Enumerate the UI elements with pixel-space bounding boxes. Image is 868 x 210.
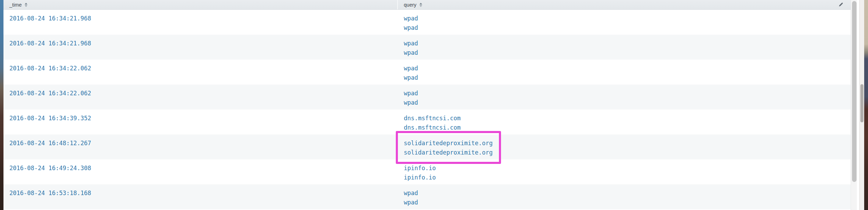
query-value[interactable]: dns.msftncsi.com xyxy=(404,123,851,132)
query-value[interactable]: solidaritedeproximite.org xyxy=(404,148,851,157)
table-row: 2016-08-24 16:34:22.062 wpad wpad xyxy=(3,60,851,85)
table-row-highlighted: 2016-08-24 16:48:12.267 solidaritedeprox… xyxy=(3,134,851,159)
results-table: _time query 2016-08-24 16:34:21.968 wpad… xyxy=(3,0,851,210)
time-value[interactable]: 2016-08-24 16:48:12.267 xyxy=(9,140,91,147)
query-value[interactable]: wpad xyxy=(404,73,851,82)
time-value[interactable]: 2016-08-24 16:34:39.352 xyxy=(9,115,91,122)
column-header-query-label: query xyxy=(404,2,416,8)
table-row: 2016-08-24 16:34:21.968 wpad wpad xyxy=(3,10,851,35)
query-value[interactable]: wpad xyxy=(404,198,851,207)
query-value[interactable]: wpad xyxy=(404,39,851,48)
sort-arrows-icon xyxy=(419,3,422,7)
table-row: 2016-08-24 16:34:22.062 wpad wpad xyxy=(3,85,851,110)
table-row: 2016-08-24 16:34:21.968 wpad wpad xyxy=(3,35,851,60)
table-scrollbar-thumb[interactable] xyxy=(852,1,857,182)
query-value[interactable]: wpad xyxy=(404,23,851,33)
query-value[interactable]: solidaritedeproximite.org xyxy=(404,139,851,148)
query-value[interactable]: ipinfo.io xyxy=(404,173,851,182)
column-header-query[interactable]: query xyxy=(398,0,851,9)
query-value[interactable]: wpad xyxy=(404,14,851,23)
time-value[interactable]: 2016-08-24 16:34:21.968 xyxy=(9,40,91,47)
query-value[interactable]: wpad xyxy=(404,189,851,198)
time-value[interactable]: 2016-08-24 16:49:24.308 xyxy=(9,165,91,172)
query-value[interactable]: ipinfo.io xyxy=(404,164,851,173)
query-value[interactable]: wpad xyxy=(404,64,851,73)
table-row: 2016-08-24 16:53:18.168 wpad wpad xyxy=(3,184,851,209)
time-value[interactable]: 2016-08-24 16:53:18.168 xyxy=(9,190,91,196)
desktop-wallpaper-right xyxy=(864,0,868,210)
query-value[interactable]: wpad xyxy=(404,48,851,58)
time-value[interactable]: 2016-08-24 16:34:22.062 xyxy=(9,65,91,72)
query-value[interactable]: wpad xyxy=(404,89,851,98)
desktop-wallpaper-left xyxy=(0,0,3,210)
window-scrollbar-thumb[interactable] xyxy=(860,84,863,122)
table-body: 2016-08-24 16:34:21.968 wpad wpad 2016-0… xyxy=(3,10,851,209)
column-header-time[interactable]: _time xyxy=(3,0,398,9)
time-value[interactable]: 2016-08-24 16:34:22.062 xyxy=(9,90,91,97)
table-row: 2016-08-24 16:49:24.308 ipinfo.io ipinfo… xyxy=(3,159,851,184)
edit-pencil-icon[interactable] xyxy=(838,2,844,7)
table-row: 2016-08-24 16:34:39.352 dns.msftncsi.com… xyxy=(3,110,851,134)
query-value[interactable]: dns.msftncsi.com xyxy=(404,114,851,123)
query-value[interactable]: wpad xyxy=(404,98,851,107)
table-header-row: _time query xyxy=(3,0,851,10)
time-value[interactable]: 2016-08-24 16:34:21.968 xyxy=(9,15,91,22)
sort-arrows-icon xyxy=(25,3,27,7)
column-header-time-label: _time xyxy=(9,2,22,8)
